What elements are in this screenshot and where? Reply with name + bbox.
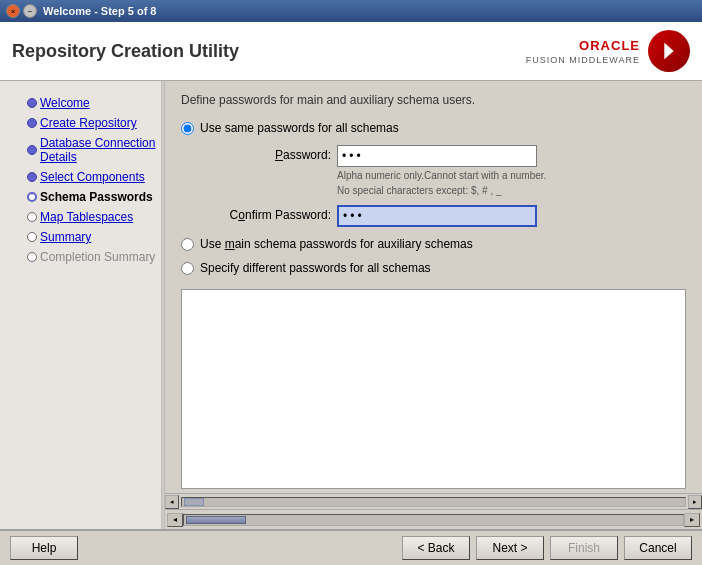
section-description: Define passwords for main and auxiliary … <box>181 93 686 107</box>
confirm-password-input[interactable] <box>337 205 537 227</box>
password-label: Password: <box>201 145 331 162</box>
help-button[interactable]: Help <box>10 536 78 560</box>
password-input-group: Alpha numeric only.Cannot start with a n… <box>337 145 686 197</box>
scroll-track-bottom <box>183 514 684 526</box>
radio-same-passwords-label: Use same passwords for all schemas <box>200 121 399 135</box>
close-button[interactable]: × <box>6 4 20 18</box>
sidebar-item-db-connection[interactable]: Database Connection Details <box>20 133 164 167</box>
oracle-icon <box>648 30 690 72</box>
oracle-logo-area: ORACLE FUSION MIDDLEWARE <box>526 30 690 72</box>
sidebar-item-schema-passwords[interactable]: Schema Passwords <box>20 187 164 207</box>
bottom-scrollbar[interactable]: ◂ ▸ <box>165 509 702 529</box>
radio-main-schema-label: Use main schema passwords for auxiliary … <box>200 237 473 251</box>
password-hint2: No special characters except: $, # , _ <box>337 184 686 197</box>
sidebar-label-completion-summary: Completion Summary <box>40 250 155 264</box>
sidebar-dot-select-components <box>27 172 37 182</box>
sidebar-label-create-repo: Create Repository <box>40 116 137 130</box>
schema-table-area <box>181 289 686 489</box>
radio-same-passwords-input[interactable] <box>181 122 194 135</box>
sidebar-label-welcome: Welcome <box>40 96 90 110</box>
password-input[interactable] <box>337 145 537 167</box>
scroll-right-arrow[interactable]: ▸ <box>688 495 702 509</box>
scroll-thumb <box>186 516 246 524</box>
main-window: Repository Creation Utility ORACLE FUSIO… <box>0 22 702 565</box>
radio-main-schema-passwords[interactable]: Use main schema passwords for auxiliary … <box>181 237 686 251</box>
radio-different-passwords-input[interactable] <box>181 262 194 275</box>
sidebar-dot-create-repo <box>27 118 37 128</box>
content-area: Welcome Create Repository Database Conne… <box>0 81 702 529</box>
sidebar-dot-db-connection <box>27 145 37 155</box>
sidebar-dot-summary <box>27 232 37 242</box>
navigation-buttons: < Back Next > Finish Cancel <box>402 536 692 560</box>
radio-different-passwords-label: Specify different passwords for all sche… <box>200 261 431 275</box>
sidebar-label-map-tablespaces: Map Tablespaces <box>40 210 133 224</box>
sidebar-item-map-tablespaces[interactable]: Map Tablespaces <box>20 207 164 227</box>
confirm-password-input-group <box>337 205 686 227</box>
app-title: Repository Creation Utility <box>12 41 239 62</box>
scroll-arrow-right[interactable]: ▸ <box>684 513 700 527</box>
radio-main-schema-input[interactable] <box>181 238 194 251</box>
sidebar-item-summary[interactable]: Summary <box>20 227 164 247</box>
bottom-bar: Help < Back Next > Finish Cancel <box>0 529 702 565</box>
radio-same-passwords[interactable]: Use same passwords for all schemas <box>181 121 686 135</box>
next-button[interactable]: Next > <box>476 536 544 560</box>
oracle-name: ORACLE <box>579 38 640 53</box>
back-button[interactable]: < Back <box>402 536 470 560</box>
sidebar-label-summary: Summary <box>40 230 91 244</box>
main-content: Define passwords for main and auxiliary … <box>165 81 702 493</box>
scroll-left-arrow[interactable]: ◂ <box>165 495 179 509</box>
radio-different-passwords[interactable]: Specify different passwords for all sche… <box>181 261 686 275</box>
sidebar-item-welcome[interactable]: Welcome <box>20 93 164 113</box>
sidebar: Welcome Create Repository Database Conne… <box>0 81 165 529</box>
horizontal-scrollbar[interactable]: ◂ ▸ <box>165 493 702 509</box>
sidebar-item-completion-summary: Completion Summary <box>20 247 164 267</box>
sidebar-dot-schema-passwords <box>27 192 37 202</box>
confirm-password-label: Confirm Password: <box>201 205 331 222</box>
finish-button[interactable]: Finish <box>550 536 618 560</box>
sidebar-dot-welcome <box>27 98 37 108</box>
sidebar-dot-map-tablespaces <box>27 212 37 222</box>
header: Repository Creation Utility ORACLE FUSIO… <box>0 22 702 81</box>
scroll-arrow-left[interactable]: ◂ <box>167 513 183 527</box>
password-hint1: Alpha numeric only.Cannot start with a n… <box>337 169 686 182</box>
sidebar-item-select-components[interactable]: Select Components <box>20 167 164 187</box>
password-form: Password: Alpha numeric only.Cannot star… <box>201 145 686 227</box>
sidebar-label-select-components: Select Components <box>40 170 145 184</box>
minimize-button[interactable]: − <box>23 4 37 18</box>
oracle-logo-text: ORACLE FUSION MIDDLEWARE <box>526 38 640 65</box>
cancel-button[interactable]: Cancel <box>624 536 692 560</box>
sidebar-dot-completion-summary <box>27 252 37 262</box>
sidebar-label-db-connection: Database Connection Details <box>40 136 156 164</box>
scroll-track <box>181 497 686 507</box>
oracle-arrow-icon <box>655 37 683 65</box>
oracle-subtitle: FUSION MIDDLEWARE <box>526 55 640 65</box>
sidebar-label-schema-passwords: Schema Passwords <box>40 190 153 204</box>
sidebar-item-create-repo[interactable]: Create Repository <box>20 113 164 133</box>
window-title: Welcome - Step 5 of 8 <box>43 5 157 17</box>
title-bar: × − Welcome - Step 5 of 8 <box>0 0 702 22</box>
window-controls[interactable]: × − <box>6 4 37 18</box>
